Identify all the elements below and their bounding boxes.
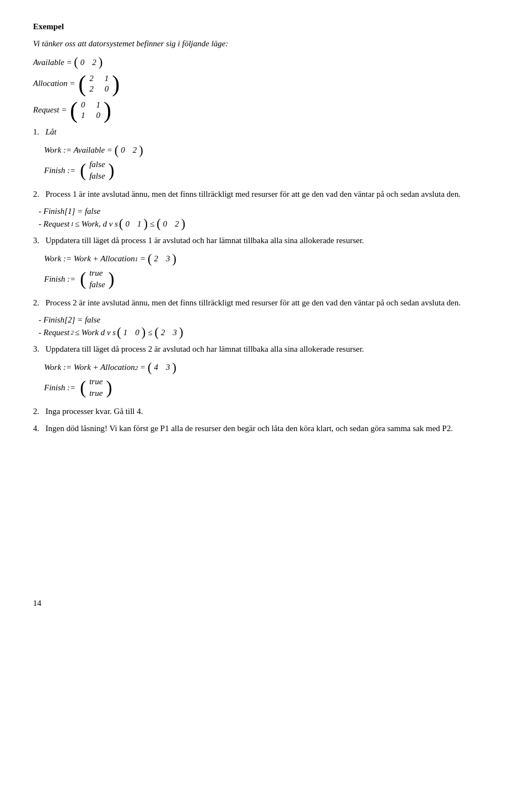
- step2-label: 2.: [33, 190, 39, 198]
- finish-init-bracket-left: (: [80, 162, 86, 180]
- fa1-v2: false: [89, 280, 105, 289]
- title-text: Exempel: [33, 22, 64, 31]
- finish-init-label: Finish :=: [44, 166, 75, 175]
- work-update2-line: Work := Work + Allocation2 = ( 4 3 ): [44, 362, 496, 374]
- finish-after1-block: Finish := ( true false ): [44, 267, 496, 291]
- request1-pre: - Request: [39, 219, 69, 229]
- step2b-header: 2. Process 2 är inte avslutad ännu, men …: [33, 298, 496, 308]
- step2c-label: 2.: [33, 407, 39, 416]
- work-init-vector: ( 0 2 ): [115, 144, 143, 157]
- step3b-text: Uppdatera till läget då process 2 är avs…: [46, 345, 364, 353]
- allocation-matrix: ( 2 1 2 0 ): [78, 72, 120, 95]
- req-row2: 1 0: [81, 111, 100, 120]
- allocation-label: Allocation =: [33, 79, 75, 88]
- step3-label: 3.: [33, 236, 39, 245]
- work-v2: 2: [133, 146, 137, 155]
- available-label: Available =: [33, 58, 72, 67]
- request1-mid: ≤ Work, d v s: [75, 219, 118, 229]
- work-u1-v1: 2: [154, 254, 158, 264]
- req-r2c2: 0: [96, 111, 101, 120]
- finish-init-values: false false: [86, 159, 108, 182]
- page-number: 14: [33, 599, 41, 607]
- request-line: Request = ( 0 1 1 0 ): [33, 99, 496, 122]
- req2-rv2: 3: [172, 328, 177, 337]
- step2-header: 2. Process 1 är inte avslutad ännu, men …: [33, 190, 496, 199]
- finish1-check-line: - Finish[1] = false: [33, 207, 496, 216]
- fa2-bracket-left: (: [80, 379, 86, 397]
- step1-header: 1. Låt: [33, 127, 496, 137]
- step4-label: 4.: [33, 424, 39, 433]
- step4-text: Ingen död låsning! Vi kan först ge P1 al…: [46, 424, 453, 433]
- available-paren-right: ): [99, 56, 103, 69]
- work-update2-vector: ( 4 3 ): [148, 362, 176, 374]
- work-v1: 0: [121, 146, 125, 155]
- alloc-r1c2: 1: [105, 74, 109, 83]
- page-number-area: 14: [33, 599, 496, 608]
- finish-init-bracket-right: ): [109, 162, 115, 180]
- available-v1: 0: [80, 58, 85, 67]
- req-bracket-right: ): [104, 99, 111, 122]
- work-u2-v2: 3: [166, 363, 170, 372]
- step3b-header: 3. Uppdatera till läget då process 2 är …: [33, 345, 496, 354]
- req-r1c1: 0: [81, 100, 85, 110]
- work-u1-v2: 3: [166, 254, 170, 264]
- req2-lv2: 0: [135, 328, 139, 337]
- work-assign-text: Work := Available =: [44, 146, 112, 155]
- work-update1-vector: ( 2 3 ): [148, 253, 176, 266]
- req1-rv1: 0: [163, 219, 168, 229]
- step1-label: 1.: [33, 127, 39, 136]
- finish-after2-block: Finish := ( true true ): [44, 376, 496, 399]
- available-line: Available = ( 0 2 ): [33, 56, 496, 69]
- work-values: 0 2: [118, 146, 139, 155]
- work-update1-text: Work := Work + Allocation: [44, 254, 135, 264]
- work-update2-eq: =: [140, 363, 145, 372]
- req-row1: 0 1: [81, 100, 100, 110]
- request2-vec-right: ( 2 3 ): [154, 326, 183, 339]
- finish-after2-values: true true: [86, 376, 106, 399]
- req2-leq: ≤: [148, 328, 152, 337]
- fa1-bracket-left: (: [80, 270, 86, 288]
- finish-after2-matrix: ( true true ): [80, 376, 112, 399]
- work-paren-left: (: [115, 144, 119, 157]
- finish2-check-line: - Finish[2] = false: [33, 315, 496, 325]
- step1-text: Låt: [46, 127, 57, 136]
- request1-check-line: - Request1 ≤ Work, d v s ( 0 1 ) ≤ ( 0 2…: [33, 218, 496, 230]
- finish-init-v1: false: [89, 160, 105, 169]
- work-update1-line: Work := Work + Allocation1 = ( 2 3 ): [44, 253, 496, 266]
- finish-init-block: Finish := ( false false ): [44, 159, 496, 182]
- finish-after2-label: Finish :=: [44, 383, 75, 392]
- finish-init-v2: false: [89, 171, 105, 181]
- req1-leq: ≤: [150, 219, 154, 229]
- finish-after1-matrix: ( true false ): [80, 267, 114, 291]
- allocation-line: Allocation = ( 2 1 2 0 ): [33, 72, 496, 95]
- available-vector: ( 0 2 ): [74, 56, 102, 69]
- request-label: Request =: [33, 105, 67, 115]
- finish1-check: - Finish[1] = false: [39, 207, 100, 216]
- available-values: 0 2: [78, 58, 99, 67]
- intro-sentence: Vi tänker oss att datorsystemet befinner…: [33, 39, 228, 48]
- request2-sub: 2: [71, 329, 74, 336]
- alloc-row2: 2 0: [89, 84, 109, 94]
- req1-rv2: 2: [175, 219, 179, 229]
- work-update1-eq: =: [140, 254, 145, 263]
- req2-rv1: 2: [161, 328, 165, 337]
- finish-after1-label: Finish :=: [44, 275, 75, 284]
- alloc-r2c1: 2: [89, 84, 94, 94]
- request2-pre: - Request: [39, 328, 69, 337]
- request1-vec-right: ( 0 2 ): [156, 218, 185, 230]
- request2-vec-left: ( 1 0 ): [117, 326, 145, 339]
- section-title: Exempel: [33, 22, 496, 31]
- alloc-bracket-left: (: [78, 72, 86, 95]
- work-update2-text: Work := Work + Allocation: [44, 363, 135, 372]
- fa2-v1: true: [89, 377, 102, 386]
- request2-check-line: - Request2 ≤ Work d v s ( 1 0 ) ≤ ( 2 3 …: [33, 326, 496, 339]
- step3b-label: 3.: [33, 345, 39, 353]
- intro-text: Vi tänker oss att datorsystemet befinner…: [33, 39, 496, 49]
- req1-lv1: 0: [125, 219, 129, 229]
- alloc-r1c1: 2: [89, 74, 94, 83]
- work-paren-right: ): [139, 144, 143, 157]
- alloc-r2c2: 0: [105, 84, 109, 94]
- req-cols: 0 1 1 0: [78, 99, 104, 121]
- available-paren-left: (: [74, 56, 78, 69]
- request-matrix: ( 0 1 1 0 ): [70, 99, 111, 122]
